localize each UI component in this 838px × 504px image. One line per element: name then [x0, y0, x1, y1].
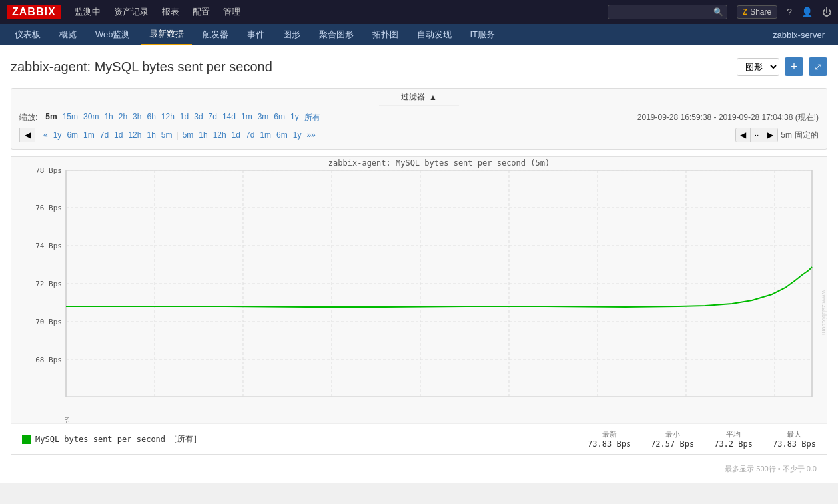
- zoom-5m[interactable]: 5m: [43, 111, 59, 124]
- add-button[interactable]: +: [785, 57, 803, 76]
- nav-right: ◀ ·· ▶ 5m 固定的: [735, 128, 819, 142]
- expand-button[interactable]: ⤢: [809, 57, 827, 76]
- nav-fwd-1y[interactable]: 1y: [290, 130, 304, 140]
- nav-fwd-1h[interactable]: 1h: [196, 130, 210, 140]
- stat-avg: 平均 73.2 Bps: [714, 429, 753, 449]
- zoom-1y[interactable]: 1y: [288, 111, 302, 124]
- page-title-row: zabbix-agent: MySQL bytes sent per secon…: [11, 52, 827, 81]
- nav-back-1y[interactable]: 1y: [51, 130, 65, 140]
- nav-back-6m[interactable]: 6m: [64, 130, 81, 140]
- chart-legend: MySQL bytes sent per second ［所有］ 最新 73.8…: [11, 423, 827, 454]
- zoom-15m[interactable]: 15m: [60, 111, 81, 124]
- zoom-links: 5m 15m 30m 1h 2h 3h 6h 12h 1d 3d 7d 14d …: [43, 111, 322, 124]
- svg-text:70 Bps: 70 Bps: [35, 318, 62, 326]
- stat-avg-label: 平均: [726, 429, 741, 439]
- nav-fwd-7d[interactable]: 7d: [243, 130, 257, 140]
- svg-text:72 Bps: 72 Bps: [35, 280, 62, 288]
- prev-nav-button[interactable]: ◀: [19, 128, 35, 142]
- zoom-1h[interactable]: 1h: [101, 111, 115, 124]
- graph-type-dropdown[interactable]: 图形: [737, 58, 779, 76]
- nav-graphs[interactable]: 图形: [275, 25, 308, 45]
- legend-item-name: MySQL bytes sent per second: [35, 435, 165, 444]
- share-button[interactable]: Z Share: [737, 5, 777, 19]
- nav-discovery[interactable]: 自动发现: [409, 25, 460, 45]
- zoom-12h[interactable]: 12h: [159, 111, 177, 124]
- nav-triggers[interactable]: 触发器: [195, 25, 236, 45]
- legend-range: ［所有］: [169, 433, 201, 445]
- right-nav-mid[interactable]: ··: [751, 128, 764, 142]
- nav-overview[interactable]: 概览: [51, 25, 85, 45]
- right-nav-controls: ◀ ·· ▶: [735, 128, 779, 142]
- nav-reports[interactable]: 报表: [162, 6, 179, 18]
- filter-toggle[interactable]: 过滤器 ▲: [379, 89, 459, 106]
- nav-screens[interactable]: 聚合图形: [311, 25, 362, 45]
- zoom-7d[interactable]: 7d: [206, 111, 220, 124]
- svg-text:zabbix-agent: MySQL bytes sent: zabbix-agent: MySQL bytes sent per secon…: [328, 158, 550, 168]
- zoom-3h[interactable]: 3h: [130, 111, 144, 124]
- svg-text:68 Bps: 68 Bps: [35, 356, 62, 364]
- nav-monitoring[interactable]: 监测中: [75, 6, 101, 18]
- right-nav-next[interactable]: ▶: [763, 128, 777, 142]
- nav-it-services[interactable]: IT服务: [462, 25, 504, 45]
- zoom-6h[interactable]: 6h: [144, 111, 158, 124]
- zoom-1d[interactable]: 1d: [177, 111, 191, 124]
- nav-fwd-5m[interactable]: 5m: [180, 130, 197, 140]
- nav-fwd-12h[interactable]: 12h: [210, 130, 229, 140]
- nav-back-7d[interactable]: 7d: [97, 130, 111, 140]
- search-input[interactable]: [608, 5, 727, 19]
- nav-back-5m[interactable]: 5m: [159, 130, 175, 140]
- stat-max-value: 73.83 Bps: [773, 439, 816, 449]
- zoom-6m[interactable]: 6m: [271, 111, 288, 124]
- user-icon[interactable]: 👤: [801, 7, 813, 17]
- legend-stats: 最新 73.83 Bps 最小 72.57 Bps 平均 73.2 Bps 最大…: [588, 429, 816, 449]
- title-actions: 图形 + ⤢: [737, 57, 827, 76]
- stat-min-value: 72.57 Bps: [651, 439, 694, 449]
- nav-admin[interactable]: 管理: [223, 6, 240, 18]
- nav-fwd-1m[interactable]: 1m: [257, 130, 274, 140]
- svg-text:74 Bps: 74 Bps: [35, 242, 62, 250]
- stat-avg-value: 73.2 Bps: [714, 439, 753, 449]
- nav-back-1d[interactable]: 1d: [111, 130, 125, 140]
- right-nav-prev[interactable]: ◀: [736, 128, 751, 142]
- nav-back-12h[interactable]: 12h: [125, 130, 144, 140]
- nav-latest-data[interactable]: 最新数据: [141, 24, 192, 45]
- logo[interactable]: ZABBIX: [7, 5, 61, 19]
- page-title: zabbix-agent: MySQL bytes sent per secon…: [11, 59, 272, 75]
- zoom-label: 缩放:: [19, 112, 37, 123]
- nav-config[interactable]: 配置: [193, 6, 210, 18]
- nav-web-monitoring[interactable]: Web监测: [87, 25, 139, 45]
- zoom-3d[interactable]: 3d: [191, 111, 205, 124]
- nav-back-1m[interactable]: 1m: [81, 130, 97, 140]
- time-nav-links: « 1y 6m 1m 7d 1d 12h 1h 5m | 5m 1h 12h 1…: [41, 130, 730, 140]
- zoom-30m[interactable]: 30m: [81, 111, 101, 124]
- nav-start[interactable]: «: [41, 130, 51, 140]
- nav-assets[interactable]: 资产记录: [114, 6, 149, 18]
- nav-dashboard[interactable]: 仪表板: [7, 25, 49, 45]
- power-icon[interactable]: ⏻: [822, 7, 831, 17]
- nav-separator: |: [175, 130, 180, 140]
- zoom-all[interactable]: 所有: [302, 111, 323, 124]
- nav-row: ◀ « 1y 6m 1m 7d 1d 12h 1h 5m | 5m 1h 12h…: [19, 128, 819, 142]
- stat-min-label: 最小: [665, 429, 680, 439]
- nav-fwd-1d[interactable]: 1d: [229, 130, 243, 140]
- page-content: zabbix-agent: MySQL bytes sent per secon…: [0, 45, 838, 483]
- top-navbar: ZABBIX 监测中 资产记录 报表 配置 管理 🔍 Z Share ? 👤 ⏻: [0, 0, 838, 24]
- date-range: 2019-09-28 16:59:38 - 2019-09-28 17:04:3…: [637, 112, 819, 123]
- chart-svg[interactable]: 78 Bps 76 Bps 74 Bps 72 Bps 70 Bps 68 Bp…: [11, 157, 827, 423]
- nav-fwd-6m[interactable]: 6m: [274, 130, 290, 140]
- fixed-interval: 5m: [781, 130, 792, 140]
- nav-back-1h[interactable]: 1h: [144, 130, 158, 140]
- zoom-14d[interactable]: 14d: [220, 111, 238, 124]
- search-icon[interactable]: 🔍: [713, 7, 723, 17]
- help-icon[interactable]: ?: [787, 7, 792, 17]
- zoom-3m[interactable]: 3m: [255, 111, 272, 124]
- nav-maps[interactable]: 拓扑图: [364, 25, 406, 45]
- zoom-1m[interactable]: 1m: [238, 111, 255, 124]
- filter-arrow-icon: ▲: [429, 93, 437, 102]
- zoom-row: 缩放: 5m 15m 30m 1h 2h 3h 6h 12h 1d 3d 7d …: [19, 111, 819, 124]
- zoom-2h[interactable]: 2h: [116, 111, 130, 124]
- nav-end[interactable]: »»: [304, 130, 318, 140]
- legend-color-box: [22, 435, 31, 444]
- top-nav-right: 🔍 Z Share ? 👤 ⏻: [608, 5, 831, 19]
- nav-events[interactable]: 事件: [239, 25, 272, 45]
